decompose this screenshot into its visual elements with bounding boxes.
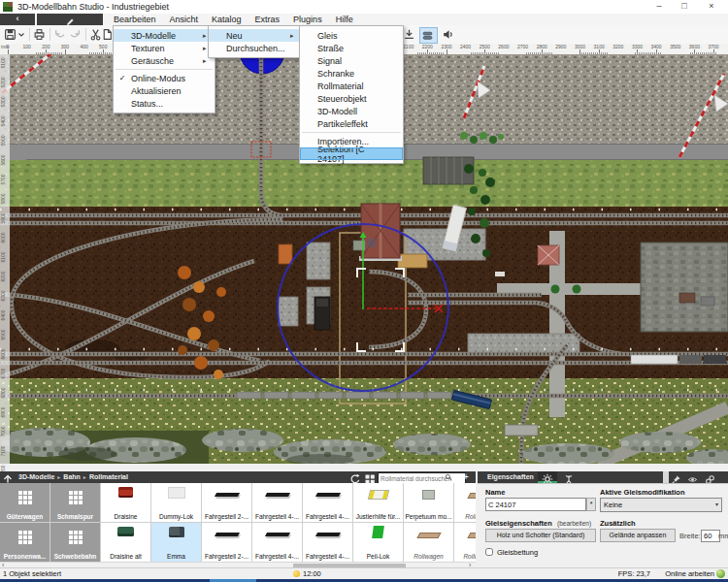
catalog-folder-schmalspur[interactable]: Schmalspur [50, 483, 100, 522]
menu-item-partikeleffekt[interactable]: Partikeleffekt [300, 117, 403, 130]
ruler-label: 3700 [708, 44, 718, 49]
undo-button[interactable] [53, 27, 68, 42]
menu-item-selektion-c-24107[interactable]: Selektion [C 24107] [300, 147, 403, 160]
menu-katalog[interactable]: Katalog [205, 14, 248, 25]
catalog-item-dummy-lok[interactable]: Dummy-Lok [151, 483, 201, 522]
catalog-item-draisine[interactable]: Draisine [101, 483, 150, 522]
menu-item-rollmaterial[interactable]: Rollmaterial [300, 80, 403, 92]
sound-button[interactable] [442, 27, 456, 42]
menu-item-durchsuchen[interactable]: Durchsuchen... [209, 42, 302, 54]
katalog-menu: 3D-Modelle▸Texturen▸Geräusche▸✓Online-Mo… [113, 25, 215, 113]
breadcrumb-bahn[interactable]: Bahn [63, 471, 81, 483]
menu-extras[interactable]: Extras [248, 14, 287, 25]
catalog-item-perpetuum-mo[interactable]: Perpetuum mo... [404, 483, 453, 522]
save-button[interactable] [4, 27, 18, 42]
menu-item-neu[interactable]: Neu▸ [209, 29, 302, 42]
ruler-label: 5300 [0, 93, 8, 111]
catalog-item-fahrgestell-4[interactable]: Fahrgestell 4-... [252, 523, 302, 562]
online-icon [716, 569, 725, 578]
width-input[interactable] [701, 530, 720, 542]
panel-controls [669, 471, 728, 483]
thumbnail-emma [169, 527, 184, 537]
edit-mode-button[interactable] [37, 14, 103, 25]
catalog-item-label: Schwebebahn [50, 553, 100, 560]
catalog-item-justierhilfe-für[interactable]: Justierhilfe für... [353, 483, 403, 522]
tab-properties[interactable] [538, 471, 557, 483]
catalog-item-draisine-alt[interactable]: Draisine alt [101, 523, 150, 562]
catalog-item-rollwag[interactable]: Rollwag... [454, 483, 476, 522]
catalog-item-fahrgestell-4[interactable]: Fahrgestell 4-... [303, 523, 352, 562]
menu-hilfe[interactable]: Hilfe [329, 14, 360, 25]
catalog-item-fahrgestell-4[interactable]: Fahrgestell 4-... [252, 483, 302, 522]
layers-button[interactable] [419, 27, 438, 44]
menu-item-schranke[interactable]: Schranke [300, 67, 403, 80]
terrain-button[interactable]: Gelände anpassen [600, 529, 676, 542]
menu-item-straße[interactable]: Straße [300, 42, 403, 54]
menu-bearbeiten[interactable]: Bearbeiten [107, 14, 163, 25]
maximize-button[interactable]: □ [674, 0, 695, 14]
sun-icon [293, 570, 300, 577]
thumbnail-chassis [214, 533, 239, 536]
thumbnail-flat [416, 533, 441, 538]
redo-button[interactable] [69, 27, 83, 42]
menu-item-signal[interactable]: Signal [300, 54, 403, 67]
modification-dropdown[interactable]: Keine ▾ [600, 498, 722, 512]
catalog-item-rollwage[interactable]: Rollwage... [454, 523, 476, 562]
catalog-item-fahrgestell-2[interactable]: Fahrgestell 2-... [202, 523, 251, 562]
name-input[interactable] [485, 498, 586, 511]
ruler-label: 3300 [632, 44, 643, 49]
menu-item-steuerobjekt[interactable]: Steuerobjekt [300, 92, 403, 105]
ruler-vertical: 5100520053005400550056005700580059006000… [0, 54, 10, 464]
ruler-label: 3400 [651, 44, 662, 49]
tab-animations[interactable] [559, 471, 579, 483]
menu-item-geräusche[interactable]: Geräusche▸ [114, 54, 215, 67]
edit-link[interactable]: (bearbeiten) [557, 520, 591, 527]
ruler-label: 2800 [537, 44, 547, 49]
menu-item-label: Straße [317, 44, 391, 53]
menu-item-3d-modelle[interactable]: 3D-Modelle▸ [114, 29, 215, 42]
3d-modelle-submenu: Neu▸Durchsuchen... [208, 25, 303, 58]
save-dropdown-button[interactable] [17, 27, 25, 42]
ruler-label: 2100 [403, 44, 414, 49]
catalog-item-emma[interactable]: Emma [151, 523, 201, 562]
navigate-up-button[interactable] [2, 471, 14, 483]
name-extra-button[interactable]: * [586, 498, 596, 511]
catalog-item-fahrgestell-4[interactable]: Fahrgestell 4-... [303, 483, 352, 522]
track-type-button[interactable]: Holz und Schotter (Standard) [485, 529, 596, 542]
breadcrumb-3d-modelle[interactable]: 3D-Modelle [18, 471, 54, 483]
menu-ansicht[interactable]: Ansicht [163, 14, 206, 25]
catalog-item-fahrgestell-2[interactable]: Fahrgestell 2-... [202, 483, 251, 522]
modification-value: Keine [604, 501, 622, 509]
ruler-label: 0 [7, 44, 10, 49]
ruler-label: 3100 [594, 44, 605, 49]
menu-item-3d-modell[interactable]: 3D-Modell [300, 105, 403, 117]
menu-item-aktualisieren[interactable]: Aktualisieren [114, 84, 215, 97]
minimize-button[interactable]: – [648, 0, 670, 14]
catalog-item-rollwagen[interactable]: Rollwagen [404, 523, 453, 562]
menu-item-label: Partikeleffekt [317, 119, 391, 129]
print-button[interactable] [33, 27, 48, 42]
menu-item-status[interactable]: Status... [114, 97, 215, 110]
back-button[interactable]: ‹ [0, 14, 35, 25]
breadcrumb-rollmaterial[interactable]: Rollmaterial [89, 471, 128, 483]
properties-title: Eigenschaften [487, 471, 534, 483]
catalog-item-peil-lok[interactable]: Peil-Lok [353, 523, 403, 562]
catalog-item-label: Fahrgestell 2-... [202, 553, 251, 560]
undo-icon [53, 28, 66, 41]
menu-item-texturen[interactable]: Texturen▸ [114, 42, 215, 54]
close-button[interactable]: × [701, 0, 722, 14]
menu-item-label: Texturen [131, 44, 203, 53]
menu-item-gleis[interactable]: Gleis [300, 29, 403, 42]
menu-plugins[interactable]: Plugins [286, 14, 329, 25]
menu-item-online-modus[interactable]: ✓Online-Modus [114, 72, 215, 84]
catalog-folder-güterwagen[interactable]: Güterwagen [0, 483, 50, 522]
selection-status: 1 Objekt selektiert [3, 569, 61, 578]
grid-view-button[interactable] [364, 471, 377, 483]
refresh-button[interactable] [349, 471, 362, 483]
import-button[interactable] [403, 27, 417, 42]
add-button[interactable]: + [458, 471, 474, 483]
gleisbettung-checkbox[interactable] [485, 548, 493, 556]
catalog-folder-personenwa[interactable]: Personenwa... [0, 523, 50, 562]
app-window: 3D-Modellbahn Studio - Industriegebiet –… [0, 0, 728, 582]
catalog-folder-schwebebahn[interactable]: Schwebebahn [50, 523, 100, 562]
